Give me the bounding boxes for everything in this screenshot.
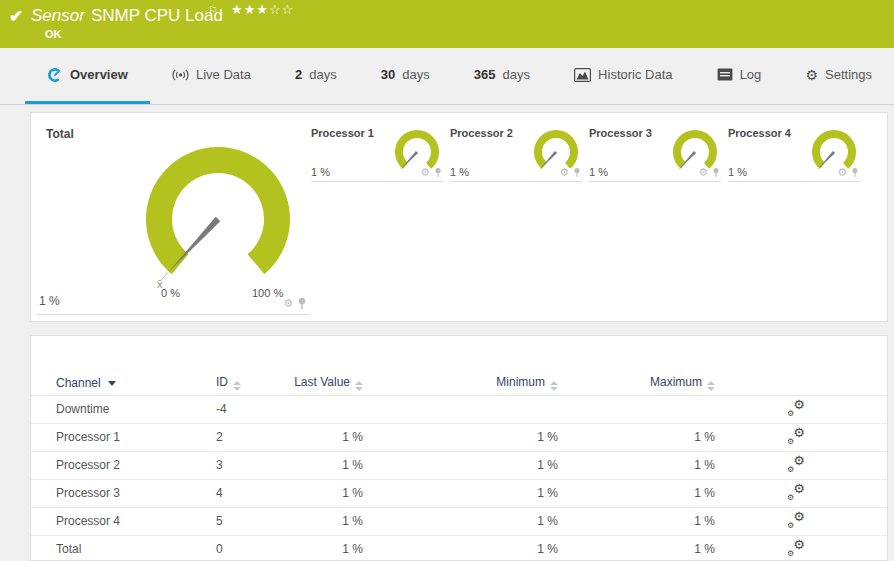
channels-table-panel: Channel ID Last Value Minimum Maximum Do… — [30, 335, 888, 561]
channel-settings-gears-icon[interactable]: ⚙⚙ — [787, 540, 805, 556]
processor-3-label: Processor 3 — [589, 127, 652, 139]
status-ok-check-icon: ✔ — [9, 6, 23, 27]
gauge-icon — [47, 67, 63, 83]
sort-icon — [707, 381, 715, 391]
tab-settings[interactable]: ⚙ Settings — [783, 48, 894, 104]
channel-maximum: 1 % — [558, 423, 715, 451]
tab-overview[interactable]: Overview — [25, 48, 150, 104]
table-row-downtime: Downtime -4 ⚙⚙ — [31, 395, 887, 423]
channel-settings-gears-icon[interactable]: ⚙⚙ — [787, 484, 805, 500]
channel-maximum: 1 % — [558, 451, 715, 479]
total-gauge-label: Total — [46, 127, 74, 141]
channel-settings-gears-icon[interactable]: ⚙⚙ — [787, 428, 805, 444]
processor-2-gauge-cell: Processor 2 1 % ⚙ — [450, 123, 582, 182]
channel-maximum: 1 % — [558, 535, 715, 561]
tab-30-days[interactable]: 30 days — [359, 48, 452, 104]
table-row-processor-2: Processor 2 3 1 % 1 % 1 % ⚙⚙ — [31, 451, 887, 479]
processor-4-gauge-cell: Processor 4 1 % ⚙ — [728, 123, 860, 182]
channel-maximum — [558, 395, 715, 423]
flag-icon[interactable]: ⚐ — [208, 4, 218, 17]
sensor-kind-label: Sensor — [31, 6, 85, 25]
pin-icon[interactable] — [297, 297, 307, 310]
processor-1-label: Processor 1 — [311, 127, 374, 139]
processor-4-label: Processor 4 — [728, 127, 791, 139]
column-header-last-value[interactable]: Last Value — [291, 371, 363, 395]
channel-id: -4 — [216, 395, 291, 423]
tab-live-data[interactable]: Live Data — [150, 48, 273, 104]
channel-settings-gears-icon[interactable]: ⚙⚙ — [787, 512, 805, 528]
sort-icon — [355, 381, 363, 391]
pin-icon[interactable] — [434, 167, 442, 178]
tab-historic-data[interactable]: Historic Data — [552, 48, 694, 104]
channel-id: 5 — [216, 507, 291, 535]
tab-label: days — [309, 67, 336, 82]
channel-id: 4 — [216, 479, 291, 507]
channel-id: 0 — [216, 535, 291, 561]
channel-last-value: 1 % — [291, 451, 363, 479]
column-header-minimum[interactable]: Minimum — [363, 371, 558, 395]
channel-maximum: 1 % — [558, 507, 715, 535]
channel-last-value: 1 % — [291, 535, 363, 561]
column-header-maximum[interactable]: Maximum — [558, 371, 715, 395]
channel-minimum: 1 % — [363, 479, 558, 507]
processor-2-label: Processor 2 — [450, 127, 513, 139]
sort-icon — [550, 381, 558, 391]
tab-label: Settings — [825, 67, 872, 82]
channel-name: Processor 3 — [31, 479, 216, 507]
processor-1-gauge-cell: Processor 1 1 % ⚙ — [311, 123, 443, 182]
priority-stars[interactable]: ★★★☆☆ — [231, 2, 294, 17]
tab-label: Live Data — [196, 67, 251, 82]
gauge-settings-gear-icon[interactable]: ⚙ — [283, 297, 293, 310]
processor-2-value: 1 % — [450, 166, 469, 178]
channel-name: Downtime — [31, 395, 216, 423]
sensor-name: SNMP CPU Load — [91, 6, 223, 25]
status-badge: OK — [45, 28, 62, 40]
channel-settings-gears-icon[interactable]: ⚙⚙ — [787, 400, 805, 416]
sort-desc-icon — [108, 381, 116, 386]
table-header-row: Channel ID Last Value Minimum Maximum — [31, 371, 887, 395]
page-title: SensorSNMP CPU Load — [31, 6, 223, 26]
channel-last-value — [291, 395, 363, 423]
pin-icon[interactable] — [573, 167, 581, 178]
gauge-settings-gear-icon[interactable]: ⚙ — [420, 166, 430, 179]
tab-number: 365 — [474, 67, 496, 82]
channel-name: Processor 2 — [31, 451, 216, 479]
total-gauge-cell: Total x̄ 0 % 100 % 1 % ⚙ — [37, 113, 309, 315]
log-icon — [717, 68, 733, 81]
table-row-processor-1: Processor 1 2 1 % 1 % 1 % ⚙⚙ — [31, 423, 887, 451]
tab-2-days[interactable]: 2 days — [273, 48, 359, 104]
gauges-panel: Total x̄ 0 % 100 % 1 % ⚙ Processor 1 1 %… — [30, 112, 888, 322]
channels-table: Channel ID Last Value Minimum Maximum Do… — [31, 371, 887, 561]
channel-id: 2 — [216, 423, 291, 451]
tab-label: Historic Data — [598, 67, 672, 82]
broadcast-icon — [172, 68, 189, 82]
channel-last-value: 1 % — [291, 479, 363, 507]
processor-3-value: 1 % — [589, 166, 608, 178]
processor-4-value: 1 % — [728, 166, 747, 178]
channel-minimum: 1 % — [363, 423, 558, 451]
column-header-id[interactable]: ID — [216, 371, 291, 395]
tab-365-days[interactable]: 365 days — [452, 48, 552, 104]
pin-icon[interactable] — [851, 167, 859, 178]
table-row-total: Total 0 1 % 1 % 1 % ⚙⚙ — [31, 535, 887, 561]
tab-label: days — [402, 67, 429, 82]
channel-maximum: 1 % — [558, 479, 715, 507]
tab-number: 2 — [295, 67, 302, 82]
channel-name: Processor 1 — [31, 423, 216, 451]
total-gauge-value: 1 % — [39, 294, 60, 308]
tab-label: days — [503, 67, 530, 82]
channel-minimum — [363, 395, 558, 423]
channel-minimum: 1 % — [363, 535, 558, 561]
processor-1-value: 1 % — [311, 166, 330, 178]
channel-name: Total — [31, 535, 216, 561]
channel-settings-gears-icon[interactable]: ⚙⚙ — [787, 456, 805, 472]
tab-log[interactable]: Log — [695, 48, 784, 104]
channel-last-value: 1 % — [291, 507, 363, 535]
column-header-channel[interactable]: Channel — [31, 371, 216, 395]
gauge-min-label: 0 % — [161, 287, 180, 299]
gauge-settings-gear-icon[interactable]: ⚙ — [698, 166, 708, 179]
gauge-settings-gear-icon[interactable]: ⚙ — [559, 166, 569, 179]
gauge-settings-gear-icon[interactable]: ⚙ — [837, 166, 847, 179]
channel-minimum: 1 % — [363, 507, 558, 535]
pin-icon[interactable] — [712, 167, 720, 178]
